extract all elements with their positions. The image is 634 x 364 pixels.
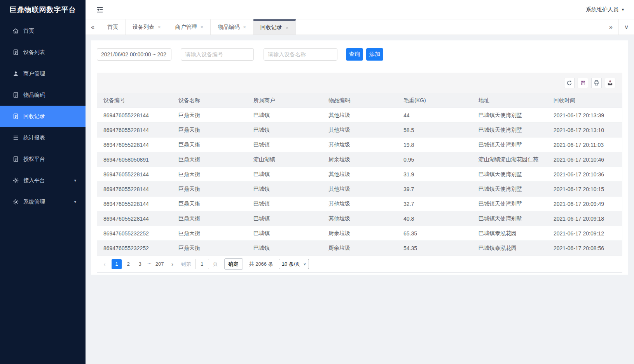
print-button[interactable] xyxy=(591,78,602,88)
records-table: 设备编号设备名称所属商户物品编码毛重(KG)地址回收时间 86947605522… xyxy=(97,93,622,256)
table-row[interactable]: 869476058050891巨鼎天衡淀山湖镇厨余垃圾0.95淀山湖镇淀山湖花园… xyxy=(97,152,622,167)
tab-close-icon[interactable]: × xyxy=(243,24,246,30)
tab-2[interactable]: 设备列表× xyxy=(126,19,168,35)
table-cell: 869476055228144 xyxy=(97,138,172,152)
tab-3[interactable]: 商户管理× xyxy=(168,19,211,35)
page-ellipsis: ... xyxy=(147,259,152,269)
page-numbers: 123...207 xyxy=(112,259,166,269)
table-cell: 其他垃圾 xyxy=(322,108,397,123)
date-range-input[interactable] xyxy=(97,48,171,61)
tab-close-icon[interactable]: × xyxy=(158,24,161,30)
column-header: 物品编码 xyxy=(322,93,397,108)
table-row[interactable]: 869476055228144巨鼎天衡巴城镇其他垃圾40.8巴城镇天使湾别墅20… xyxy=(97,211,622,226)
goto-page-input[interactable] xyxy=(195,259,209,269)
column-header: 回收时间 xyxy=(547,93,622,108)
sidebar-item-4[interactable]: 物品编码 xyxy=(0,84,86,106)
table-row[interactable]: 869476055228144巨鼎天衡巴城镇其他垃圾31.9巴城镇天使湾别墅20… xyxy=(97,167,622,182)
caret-down-icon: ▼ xyxy=(621,8,625,12)
table-row[interactable]: 869476055228144巨鼎天衡巴城镇其他垃圾44巴城镇天使湾别墅2021… xyxy=(97,108,622,123)
table-cell: 巴城镇天使湾别墅 xyxy=(472,138,547,152)
file-list-icon xyxy=(12,156,19,162)
main-column: 系统维护人员 ▼ « 首页设备列表×商户管理×物品编码×回收记录× » ∨ 查询… xyxy=(86,0,634,364)
sidebar-item-2[interactable]: 设备列表 xyxy=(0,42,86,63)
table-cell: 淀山湖镇 xyxy=(247,152,322,167)
tabs-scroll-right-icon[interactable]: » xyxy=(603,19,618,35)
page-number-1[interactable]: 1 xyxy=(112,259,122,269)
table-row[interactable]: 869476055232252巨鼎天衡巴城镇厨余垃圾65.35巴城镇泰泓花园20… xyxy=(97,226,622,241)
sidebar-item-1[interactable]: 首页 xyxy=(0,20,86,42)
sidebar-item-8[interactable]: 接入平台▼ xyxy=(0,170,86,191)
app-title: 巨鼎物联网数字平台 xyxy=(0,0,86,19)
table-row[interactable]: 869476055228144巨鼎天衡巴城镇其他垃圾58.5巴城镇天使湾别墅20… xyxy=(97,123,622,138)
search-button[interactable]: 查询 xyxy=(346,48,363,61)
columns-button[interactable] xyxy=(578,78,588,88)
table-cell: 巴城镇 xyxy=(247,123,322,138)
tab-close-icon[interactable]: × xyxy=(286,25,289,30)
tab-1[interactable]: 首页 xyxy=(100,19,126,35)
table-row[interactable]: 869476055228144巨鼎天衡巴城镇其他垃圾19.8巴城镇天使湾别墅20… xyxy=(97,138,622,152)
table-cell: 巴城镇 xyxy=(247,211,322,226)
page-number-2[interactable]: 2 xyxy=(123,259,133,269)
refresh-button[interactable] xyxy=(564,78,575,88)
page-size-value: 10 条/页 xyxy=(282,261,300,268)
table-cell: 巴城镇天使湾别墅 xyxy=(472,167,547,182)
table-cell: 巴城镇泰泓花园 xyxy=(472,241,547,256)
table-cell: 869476055232252 xyxy=(97,226,172,241)
sidebar-item-3[interactable]: 商户管理 xyxy=(0,63,86,84)
goto-confirm-button[interactable]: 确定 xyxy=(224,258,243,270)
export-icon xyxy=(607,80,613,86)
table-cell: 巴城镇天使湾别墅 xyxy=(472,123,547,138)
table-cell: 2021-06-17 20:09:18 xyxy=(547,211,622,226)
sidebar-item-7[interactable]: 授权平台 xyxy=(0,148,86,170)
page-next-icon[interactable]: › xyxy=(168,261,177,267)
sidebar-item-label: 系统管理 xyxy=(23,199,45,206)
table-cell: 巴城镇天使湾别墅 xyxy=(472,197,547,211)
table-cell: 2021-06-17 20:09:49 xyxy=(547,197,622,211)
tab-label: 设备列表 xyxy=(133,24,154,31)
refresh-icon xyxy=(566,80,573,86)
table-cell: 巨鼎天衡 xyxy=(172,152,247,167)
table-cell: 淀山湖镇淀山湖花园仁苑 xyxy=(472,152,547,167)
page-prev-icon[interactable]: ‹ xyxy=(100,261,109,267)
export-button[interactable] xyxy=(605,78,615,88)
sidebar-item-label: 设备列表 xyxy=(23,49,45,56)
page-number-3[interactable]: 3 xyxy=(135,259,145,269)
sidebar-item-label: 授权平台 xyxy=(23,156,45,163)
sidebar-item-5[interactable]: 回收记录 xyxy=(0,106,86,127)
sidebar-item-label: 统计报表 xyxy=(23,134,45,141)
table-cell: 巨鼎天衡 xyxy=(172,197,247,211)
device-id-input[interactable] xyxy=(181,48,254,61)
table-cell: 巴城镇 xyxy=(247,138,322,152)
table-cell: 0.95 xyxy=(397,152,472,167)
sidebar-item-6[interactable]: 统计报表 xyxy=(0,127,86,148)
add-button[interactable]: 添加 xyxy=(366,48,383,61)
tabs-scroll-left-icon[interactable]: « xyxy=(86,19,100,35)
table-cell: 2021-06-17 20:13:39 xyxy=(547,108,622,123)
table-cell: 巴城镇 xyxy=(247,182,322,197)
menu-collapse-icon[interactable] xyxy=(96,5,104,14)
tab-4[interactable]: 物品编码× xyxy=(211,19,253,35)
table-cell: 巴城镇 xyxy=(247,108,322,123)
page-number-207[interactable]: 207 xyxy=(154,259,166,269)
column-header: 毛重(KG) xyxy=(397,93,472,108)
sidebar-item-9[interactable]: 系统管理▼ xyxy=(0,191,86,212)
tab-5[interactable]: 回收记录× xyxy=(253,19,296,35)
table-row[interactable]: 869476055228144巨鼎天衡巴城镇其他垃圾32.7巴城镇天使湾别墅20… xyxy=(97,197,622,211)
table-cell: 869476055228144 xyxy=(97,167,172,182)
file-list-icon xyxy=(12,49,19,56)
tab-label: 商户管理 xyxy=(175,24,197,31)
print-icon xyxy=(593,80,600,86)
table-cell: 其他垃圾 xyxy=(322,182,397,197)
table-row[interactable]: 869476055232252巨鼎天衡巴城镇厨余垃圾54.35巴城镇泰泓花园20… xyxy=(97,241,622,256)
page-size-select[interactable]: 10 条/页 ∨ xyxy=(279,259,309,269)
table-cell: 869476055228144 xyxy=(97,123,172,138)
table-cell: 巨鼎天衡 xyxy=(172,167,247,182)
tab-close-icon[interactable]: × xyxy=(201,24,204,30)
table-cell: 其他垃圾 xyxy=(322,138,397,152)
user-dropdown[interactable]: 系统维护人员 ▼ xyxy=(586,6,625,13)
table-row[interactable]: 869476055228144巨鼎天衡巴城镇其他垃圾39.7巴城镇天使湾别墅20… xyxy=(97,182,622,197)
table-cell: 19.8 xyxy=(397,138,472,152)
device-name-input[interactable] xyxy=(264,48,337,61)
table-cell: 2021-06-17 20:09:12 xyxy=(547,226,622,241)
tabs-dropdown-icon[interactable]: ∨ xyxy=(618,19,634,35)
